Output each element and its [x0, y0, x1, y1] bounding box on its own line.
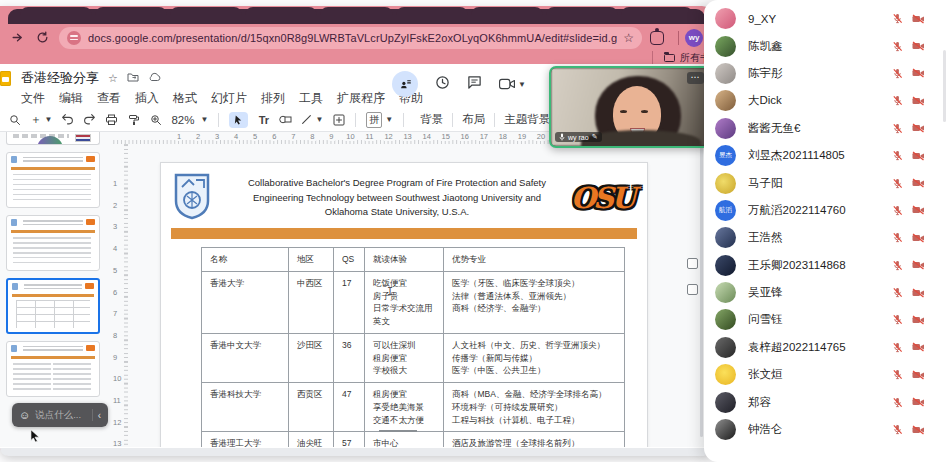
- mic-muted-icon[interactable]: [892, 41, 903, 52]
- folder-panel-icon[interactable]: [687, 284, 698, 295]
- comments-icon[interactable]: [467, 75, 482, 94]
- zoom-in-icon[interactable]: [149, 112, 162, 128]
- browser-tab[interactable]: [396, 7, 468, 23]
- meeting-chat-bar[interactable]: ☺ 说点什么... ‹: [12, 403, 108, 427]
- menu-item-1[interactable]: 文件: [21, 90, 45, 107]
- participant-row[interactable]: 陈宇彤: [704, 60, 948, 87]
- camera-muted-icon[interactable]: [912, 205, 925, 215]
- mic-muted-icon[interactable]: [892, 260, 903, 271]
- table-cell-qs[interactable]: 36: [334, 333, 365, 382]
- camera-muted-icon[interactable]: [912, 315, 925, 325]
- bookmark-folder-icon[interactable]: [664, 54, 675, 62]
- table-cell-majors[interactable]: 人文社科（中文、历史、哲学亚洲顶尖）传播学（新闻与传媒）医学（中医、公共卫生）: [444, 333, 625, 382]
- site-info-icon[interactable]: [67, 31, 81, 45]
- new-slide-button[interactable]: ＋▼: [30, 112, 52, 128]
- camera-muted-icon[interactable]: [912, 96, 925, 106]
- mic-muted-icon[interactable]: [892, 205, 903, 216]
- format-button-2[interactable]: 布局: [456, 112, 491, 127]
- slide-thumbnail-2[interactable]: [6, 152, 100, 208]
- zoom-level-select[interactable]: 82%▼: [171, 114, 208, 126]
- chat-input[interactable]: 说点什么...: [35, 409, 86, 422]
- emoji-icon[interactable]: ☺: [19, 410, 30, 421]
- mic-muted-icon[interactable]: [892, 342, 903, 353]
- universities-table[interactable]: 名称地区QS就读体验优势专业香港大学中西区17吃饭便宜房子贵日常学术交流用英文医…: [201, 247, 625, 447]
- table-cell-district[interactable]: 中西区: [289, 271, 334, 333]
- line-tool-caret[interactable]: ▼: [315, 115, 323, 124]
- table-cell-name[interactable]: 香港理工大学: [202, 432, 289, 447]
- slide-canvas[interactable]: Collaborative Bachelor's Degree Program …: [160, 162, 648, 447]
- browser-tab[interactable]: [546, 7, 618, 23]
- mic-muted-icon[interactable]: [892, 314, 903, 325]
- format-button-3[interactable]: 主题背景: [498, 112, 556, 127]
- mic-muted-icon[interactable]: [892, 13, 903, 24]
- table-cell-majors[interactable]: 酒店及旅游管理（全球排名前列）工程学（土木、机械工程）: [444, 432, 625, 447]
- menu-item-8[interactable]: 工具: [299, 90, 323, 107]
- mic-muted-icon[interactable]: [892, 150, 903, 161]
- browser-tab[interactable]: [320, 7, 392, 23]
- participant-row[interactable]: 昱杰刘昱杰2021114805: [704, 142, 948, 169]
- participant-row[interactable]: 王乐卿2023114868: [704, 252, 948, 279]
- camera-muted-icon[interactable]: [912, 370, 925, 380]
- table-cell-majors[interactable]: 商科（MBA、金融、经济学全球排名高）环境科学（可持续发展研究）工程与科技（计算…: [444, 383, 625, 432]
- table-cell-experience[interactable]: 市中心校园历史悠久: [365, 432, 444, 447]
- menu-item-3[interactable]: 查看: [97, 90, 121, 107]
- camera-muted-icon[interactable]: [912, 68, 925, 78]
- menu-item-4[interactable]: 插入: [135, 90, 159, 107]
- browser-tab[interactable]: [20, 7, 92, 23]
- menu-item-2[interactable]: 编辑: [59, 90, 83, 107]
- camera-dropdown-caret[interactable]: ▼: [518, 80, 526, 89]
- url-text[interactable]: docs.google.com/presentation/d/15qxn0R8g…: [88, 32, 617, 44]
- participant-row[interactable]: 9_XY: [704, 5, 948, 32]
- doc-title[interactable]: 香港经验分享: [21, 69, 99, 87]
- menu-item-5[interactable]: 格式: [173, 90, 197, 107]
- menu-item-6[interactable]: 幻灯片: [211, 90, 247, 107]
- mic-muted-icon[interactable]: [892, 232, 903, 243]
- participant-row[interactable]: 张文烜: [704, 361, 948, 388]
- address-bar[interactable]: docs.google.com/presentation/d/15qxn0R8g…: [59, 27, 642, 49]
- camera-muted-icon[interactable]: [912, 425, 925, 435]
- participant-row[interactable]: 马子阳: [704, 169, 948, 196]
- table-cell-district[interactable]: 油尖旺区: [289, 432, 334, 447]
- participant-row[interactable]: 航滔万航滔2022114760: [704, 197, 948, 224]
- slide-title[interactable]: Collaborative Bachelor's Degree Program …: [239, 176, 555, 220]
- slides-app-icon[interactable]: [0, 71, 11, 86]
- mic-muted-icon[interactable]: [892, 178, 903, 189]
- camera-muted-icon[interactable]: [912, 397, 925, 407]
- bookmark-star-icon[interactable]: ☆: [623, 31, 634, 45]
- insert-image-tool[interactable]: [332, 112, 345, 128]
- osu-logo[interactable]: OSU: [565, 176, 639, 220]
- webcam-overlay[interactable]: wy rao ✎ ⋯: [549, 66, 710, 148]
- table-cell-name[interactable]: 香港科技大学: [202, 383, 289, 432]
- slide-thumbnail-1[interactable]: [6, 132, 100, 145]
- accent-bar[interactable]: [171, 228, 637, 239]
- print-icon[interactable]: [105, 112, 118, 128]
- camera-muted-icon[interactable]: [912, 41, 925, 51]
- browser-tab-strip[interactable]: [8, 9, 705, 24]
- table-header-cell[interactable]: 就读体验: [365, 248, 444, 272]
- table-cell-experience[interactable]: 租房便宜享受绝美海景交通不太方便: [365, 383, 444, 432]
- pinyin-tool[interactable]: 拼 ▼: [366, 112, 393, 128]
- participant-row[interactable]: 王浩然: [704, 224, 948, 251]
- canvas-scrollbar[interactable]: [700, 136, 703, 437]
- chat-collapse-icon[interactable]: ‹: [98, 410, 101, 421]
- camera-muted-icon[interactable]: [912, 342, 925, 352]
- slide-thumbnail-3[interactable]: [6, 215, 100, 271]
- star-doc-icon[interactable]: ☆: [108, 72, 118, 85]
- swjtu-logo[interactable]: [174, 173, 210, 220]
- profile-avatar[interactable]: wy: [685, 29, 703, 47]
- table-cell-district[interactable]: 沙田区: [289, 333, 334, 382]
- table-cell-qs[interactable]: 47: [334, 383, 365, 432]
- camera-muted-icon[interactable]: [912, 288, 925, 298]
- meet-camera-icon[interactable]: ▼: [499, 78, 526, 90]
- mic-muted-icon[interactable]: [892, 397, 903, 408]
- webcam-more-button[interactable]: ⋯: [687, 72, 704, 84]
- table-header-cell[interactable]: 名称: [202, 248, 289, 272]
- line-tool[interactable]: ▼: [301, 112, 323, 128]
- table-cell-experience[interactable]: 可以住深圳租房便宜学校很大: [365, 333, 444, 382]
- extensions-icon[interactable]: [650, 31, 664, 45]
- presenter-chat-icon[interactable]: [392, 71, 418, 97]
- participant-row[interactable]: 酱酱无鱼€: [704, 115, 948, 142]
- camera-muted-icon[interactable]: [912, 14, 925, 24]
- table-header-cell[interactable]: 优势专业: [444, 248, 625, 272]
- table-header-cell[interactable]: 地区: [289, 248, 334, 272]
